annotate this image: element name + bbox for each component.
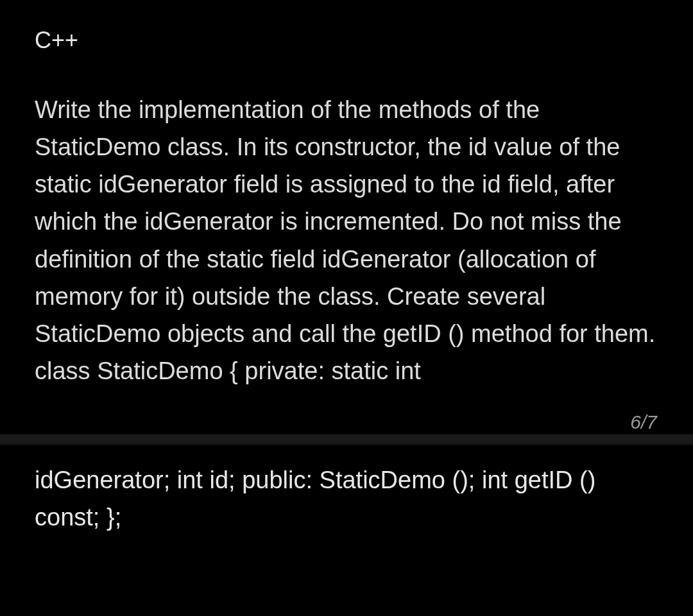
section-divider (0, 434, 693, 445)
language-title: C++ (35, 27, 658, 54)
page-indicator: 6/7 (0, 411, 693, 433)
problem-continuation: idGenerator; int id; public: StaticDemo … (0, 461, 693, 536)
problem-description: Write the implementation of the methods … (35, 91, 658, 389)
